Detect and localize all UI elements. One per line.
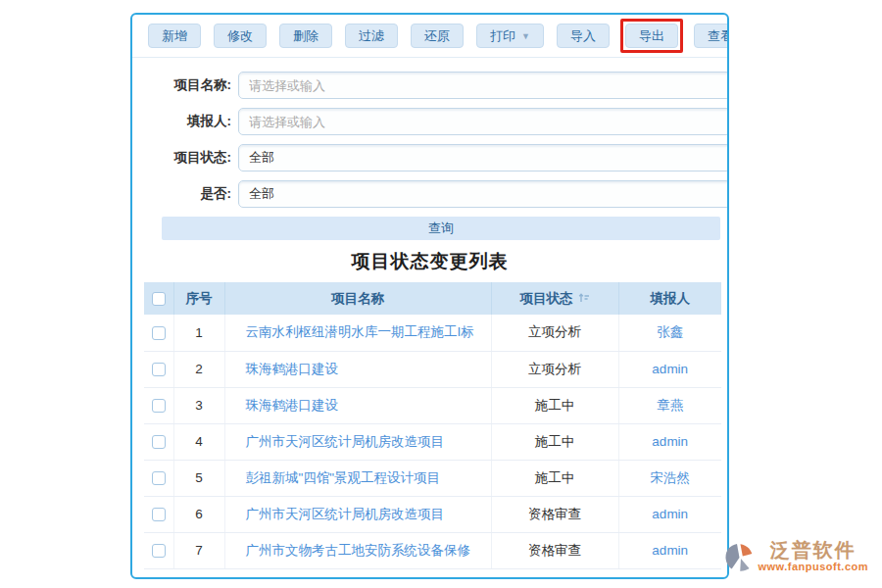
- header-project-name: 项目名称: [224, 282, 491, 315]
- restore-button[interactable]: 还原: [411, 24, 464, 48]
- project-status: 立项分析: [491, 315, 618, 351]
- project-status: 施工中: [491, 423, 618, 460]
- filter-row-project-status: 项目状态:: [132, 144, 727, 172]
- table-row: 3 珠海鹤港口建设 施工中 章燕: [144, 387, 721, 423]
- project-name-link[interactable]: 彭祖新城"四馆"景观工程设计项目: [246, 470, 441, 485]
- reporter-link[interactable]: 章燕: [657, 398, 683, 413]
- sort-ascending-icon[interactable]: [578, 292, 590, 307]
- project-name-input[interactable]: [238, 72, 729, 99]
- query-button[interactable]: 查询: [162, 217, 720, 240]
- reporter-link[interactable]: 张鑫: [657, 324, 683, 339]
- import-button[interactable]: 导入: [557, 24, 610, 48]
- row-index: 4: [173, 423, 224, 460]
- project-status-label: 项目状态:: [132, 149, 238, 167]
- header-project-status: 项目状态: [491, 282, 618, 315]
- delete-button[interactable]: 删除: [279, 24, 332, 48]
- page-title: 项目状态变更列表: [132, 249, 727, 274]
- project-name-link[interactable]: 珠海鹤港口建设: [246, 362, 339, 376]
- header-checkbox-cell: [144, 282, 173, 315]
- project-name-link[interactable]: 广州市天河区统计局机房改造项目: [246, 507, 445, 521]
- status-change-table: 序号 项目名称 项目状态 填报人 1 云南水利枢纽潜明水库一期工程施工I标 立项…: [144, 282, 721, 569]
- project-status: 施工中: [491, 387, 618, 423]
- table-row: 5 彭祖新城"四馆"景观工程设计项目 施工中 宋浩然: [144, 460, 721, 496]
- row-checkbox[interactable]: [152, 508, 166, 521]
- row-checkbox[interactable]: [152, 326, 166, 340]
- row-checkbox[interactable]: [152, 435, 166, 449]
- print-button-label: 打印: [490, 28, 515, 43]
- add-button[interactable]: 新增: [148, 24, 201, 48]
- row-index: 6: [173, 496, 224, 532]
- row-checkbox[interactable]: [152, 399, 166, 413]
- table-row: 1 云南水利枢纽潜明水库一期工程施工I标 立项分析 张鑫: [144, 315, 721, 351]
- export-button[interactable]: 导出: [625, 24, 678, 48]
- table-row: 6 广州市天河区统计局机房改造项目 资格审查 admin: [144, 496, 721, 532]
- filter-row-reporter: 填报人:: [132, 108, 727, 135]
- filter-row-whether: 是否:: [132, 180, 727, 208]
- header-reporter: 填报人: [618, 282, 721, 315]
- print-button[interactable]: 打印▼: [476, 24, 544, 48]
- project-name-link[interactable]: 广州市天河区统计局机房改造项目: [246, 434, 445, 449]
- project-name-label: 项目名称:: [132, 76, 238, 94]
- row-checkbox[interactable]: [152, 471, 166, 485]
- project-status: 立项分析: [491, 351, 618, 387]
- reporter-label: 填报人:: [132, 113, 238, 130]
- header-index: 序号: [173, 282, 224, 315]
- reporter-input[interactable]: [238, 108, 729, 135]
- whether-select[interactable]: [238, 180, 729, 208]
- row-index: 3: [173, 387, 224, 423]
- export-button-highlight-box: 导出: [620, 19, 683, 53]
- view-log-button[interactable]: 查看日志: [694, 24, 729, 48]
- content-panel: 新增 修改 删除 过滤 还原 打印▼ 导入 导出 查看日志 项目名称: 填报人:: [130, 13, 729, 579]
- fanpu-logo: 泛普软件 www.fanpusoft.com: [722, 539, 868, 578]
- filter-form: 项目名称: 填报人: 项目状态: 是否:: [132, 58, 727, 208]
- header-project-status-label: 项目状态: [520, 291, 573, 306]
- project-name-link[interactable]: 云南水利枢纽潜明水库一期工程施工I标: [246, 324, 474, 339]
- project-status: 资格审查: [491, 532, 618, 568]
- row-index: 5: [173, 460, 224, 496]
- reporter-link[interactable]: admin: [652, 362, 688, 376]
- row-index: 1: [173, 315, 224, 351]
- table-row: 2 珠海鹤港口建设 立项分析 admin: [144, 351, 721, 387]
- table-row: 4 广州市天河区统计局机房改造项目 施工中 admin: [144, 423, 721, 460]
- fanpu-logo-text: 泛普软件: [770, 539, 857, 561]
- project-status: 施工中: [491, 460, 618, 496]
- project-name-link[interactable]: 广州市文物考古工地安防系统设备保修: [246, 543, 471, 558]
- fanpu-logo-icon: [722, 541, 756, 578]
- row-index: 7: [173, 532, 224, 568]
- edit-button[interactable]: 修改: [214, 24, 267, 48]
- table-header-row: 序号 项目名称 项目状态 填报人: [144, 282, 721, 315]
- project-status: 资格审查: [491, 496, 618, 532]
- reporter-link[interactable]: admin: [652, 434, 688, 449]
- whether-label: 是否:: [132, 185, 238, 203]
- filter-button[interactable]: 过滤: [345, 24, 398, 48]
- row-checkbox[interactable]: [152, 544, 166, 558]
- filter-row-project-name: 项目名称:: [132, 72, 727, 99]
- row-index: 2: [173, 351, 224, 387]
- table-row: 7 广州市文物考古工地安防系统设备保修 资格审查 admin: [144, 532, 721, 568]
- row-checkbox[interactable]: [152, 363, 166, 376]
- reporter-link[interactable]: admin: [652, 543, 688, 558]
- chevron-down-icon: ▼: [521, 32, 530, 41]
- fanpu-logo-url: www.fanpusoft.com: [758, 561, 868, 572]
- project-status-select[interactable]: [238, 144, 729, 172]
- reporter-link[interactable]: admin: [652, 507, 688, 521]
- project-name-link[interactable]: 珠海鹤港口建设: [246, 398, 339, 413]
- reporter-link[interactable]: 宋浩然: [651, 470, 691, 485]
- page: 新增 修改 删除 过滤 还原 打印▼ 导入 导出 查看日志 项目名称: 填报人:: [0, 0, 882, 588]
- select-all-checkbox[interactable]: [152, 292, 166, 306]
- toolbar: 新增 修改 删除 过滤 还原 打印▼ 导入 导出 查看日志: [132, 15, 727, 58]
